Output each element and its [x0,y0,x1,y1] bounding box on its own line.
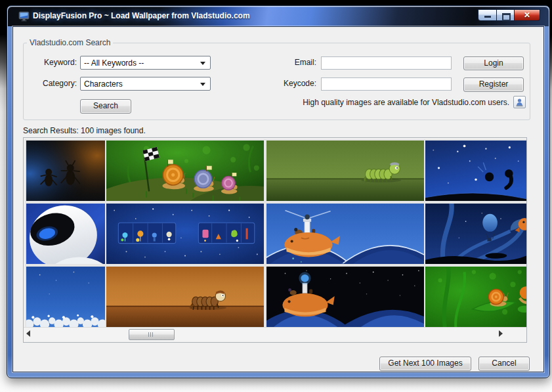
desktop-background: DisplayFusion Pro ~ Load Wallpaper from … [0,0,552,392]
maximize-icon [502,13,511,21]
close-button[interactable]: ✕ [515,9,540,21]
maximize-button[interactable] [497,9,515,21]
register-button[interactable]: Register [463,77,524,92]
minimize-button[interactable] [478,9,497,21]
keyword-label: Keyword: [13,58,77,67]
vladstudio-user-icon [513,96,526,108]
minimize-icon [484,16,491,18]
cancel-button[interactable]: Cancel [478,357,530,371]
title-bar[interactable]: DisplayFusion Pro ~ Load Wallpaper from … [8,7,549,26]
keyword-dropdown[interactable]: -- All Keywords -- [80,56,211,70]
search-groupbox-title: Vladstudio.com Search [27,38,113,47]
email-field[interactable] [321,56,452,70]
app-window: DisplayFusion Pro ~ Load Wallpaper from … [7,5,550,378]
category-label: Category: [13,79,77,88]
get-next-100-images-button[interactable]: Get Next 100 Images [379,357,471,371]
thumbnail-caterpillar-green[interactable] [265,139,425,202]
monitor-app-icon [18,11,30,22]
thumbnail-caterpillar-orange[interactable] [105,265,265,328]
thumbnail-glowing-shelves[interactable] [105,202,265,265]
thumbnail-snail-race[interactable] [105,139,265,202]
email-label: Email: [263,58,316,67]
thumbnail-foam-sky[interactable] [25,265,106,328]
thumbnail-white-robot[interactable] [25,202,106,265]
keycode-field[interactable] [321,77,452,91]
keycode-label: Keycode: [263,79,316,88]
scroll-left-icon[interactable] [26,330,30,337]
chevron-down-icon [200,62,205,65]
category-selected-value: Characters [84,79,123,89]
keyword-selected-value: -- All Keywords -- [84,58,144,68]
search-button[interactable]: Search [80,99,131,114]
thumbnail-snail-on-leaf[interactable] [424,265,527,328]
client-area: Vladstudio.com Search Keyword: -- All Ke… [12,26,544,372]
thumbnail-whale-lighthouse-night[interactable] [265,265,425,328]
window-controls: ✕ [478,9,540,21]
thumbnail-ants-silhouette[interactable] [25,139,106,202]
window-title: DisplayFusion Pro ~ Load Wallpaper from … [33,11,250,20]
scrollbar-grip-icon [148,332,154,337]
close-icon: ✕ [515,11,540,20]
search-results-status: Search Results: 100 images found. [23,126,146,135]
scrollbar-thumb[interactable] [129,329,175,340]
thumbnail-night-plants-balloon[interactable] [424,202,527,265]
chevron-down-icon [200,83,205,86]
thumbnail-whale-lighthouse-day[interactable] [265,202,425,265]
thumbnail-winking-night[interactable] [424,139,527,202]
results-panel [23,137,527,343]
scroll-right-icon[interactable] [499,330,503,337]
category-dropdown[interactable]: Characters [80,77,211,91]
horizontal-scrollbar[interactable] [24,327,526,341]
high-quality-info-text: High quality images are available for Vl… [171,98,509,107]
login-button[interactable]: Login [463,56,524,70]
